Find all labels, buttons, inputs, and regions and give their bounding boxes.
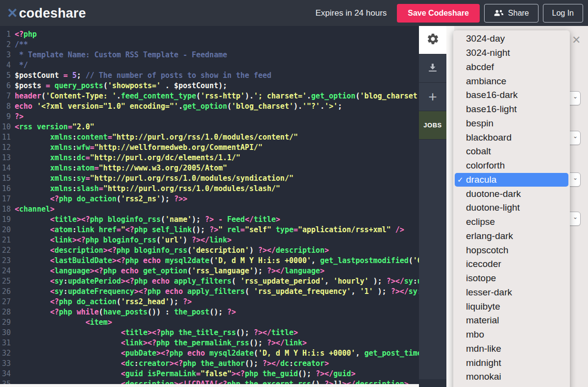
theme-option-dracula[interactable]: ✓dracula xyxy=(455,173,568,187)
code-line: 3 * Template Name: Custom RSS Template -… xyxy=(0,50,419,60)
theme-option-label: mbo xyxy=(466,329,484,340)
theme-option-liquibyte[interactable]: liquibyte xyxy=(455,299,568,314)
theme-option-label: base16-dark xyxy=(466,90,518,100)
save-codeshare-button[interactable]: Save Codeshare xyxy=(397,4,480,23)
line-number: 14 xyxy=(0,163,11,173)
code-line: 29 <item> xyxy=(0,317,419,328)
share-button[interactable]: Share xyxy=(484,4,539,23)
line-number: 3 xyxy=(0,50,11,60)
theme-option-material[interactable]: material xyxy=(455,314,568,328)
line-number: 8 xyxy=(0,101,11,112)
code-line-text: <link><?php the_permalink_rss(); ?></lin… xyxy=(15,338,307,348)
theme-option-hopscotch[interactable]: hopscotch xyxy=(455,243,568,257)
theme-option-mdn-like[interactable]: mdn-like xyxy=(455,342,568,356)
download-tab[interactable] xyxy=(419,54,446,83)
code-line: 15 xmlns:sy="http://purl.org/rss/1.0/mod… xyxy=(0,173,419,184)
theme-option-monokai[interactable]: monokai xyxy=(455,370,568,384)
theme-option-base16-light[interactable]: base16-light xyxy=(455,102,568,117)
code-line-text: <guid isPermaLink="false"><?php the_guid… xyxy=(15,369,355,379)
theme-option-duotone-dark[interactable]: duotone-dark xyxy=(455,187,568,201)
line-number: 26 xyxy=(0,287,11,297)
code-line: 32 <pubDate><?php echo mysql2date('D, d … xyxy=(0,348,419,359)
line-number: 23 xyxy=(0,256,11,266)
code-line-text: * Template Name: Custom RSS Template - F… xyxy=(15,50,227,60)
theme-option-label: liquibyte xyxy=(466,301,500,312)
save-codeshare-label: Save Codeshare xyxy=(408,9,469,18)
theme-option-erlang-dark[interactable]: erlang-dark xyxy=(455,229,568,243)
line-number: 21 xyxy=(0,235,11,245)
top-bar: ✕ codeshare Expires in 24 hours Save Cod… xyxy=(0,0,588,26)
checkmark-icon: ✓ xyxy=(457,175,464,184)
code-line-text: xmlns:dc="http://purl.org/dc/elements/1.… xyxy=(15,153,241,163)
chevron-down-icon: ⌄ xyxy=(573,214,578,220)
theme-option-blackboard[interactable]: blackboard xyxy=(455,130,568,145)
line-number: 20 xyxy=(0,225,11,235)
line-number: 28 xyxy=(0,307,11,317)
theme-option-bespin[interactable]: bespin xyxy=(455,117,568,131)
theme-option-isotope[interactable]: isotope xyxy=(455,271,568,286)
theme-option-label: hopscotch xyxy=(466,245,509,256)
code-line-text: <channel> xyxy=(15,204,54,215)
code-line-text: <?php while(have_posts()) : the_post(); … xyxy=(15,307,236,317)
theme-option-midnight[interactable]: midnight xyxy=(455,356,568,370)
code-line: 16 xmlns:slash="http://purl.org/rss/1.0/… xyxy=(0,184,419,194)
theme-option-colorforth[interactable]: colorforth xyxy=(455,159,568,173)
theme-option-3024-night[interactable]: 3024-night xyxy=(455,46,568,60)
theme-option-label: mdn-like xyxy=(466,343,501,354)
expires-label: Expires in 24 hours xyxy=(316,8,387,18)
code-line: 11 xmlns:content="http://purl.org/rss/1.… xyxy=(0,132,419,143)
theme-option-label: dracula xyxy=(466,174,496,185)
code-line: 34 <guid isPermaLink="false"><?php the_g… xyxy=(0,369,419,379)
line-number: 4 xyxy=(0,60,11,71)
code-editor[interactable]: 1<?php2/**3 * Template Name: Custom RSS … xyxy=(0,26,419,387)
code-line: 14 xmlns:atom="http://www.w3.org/2005/At… xyxy=(0,163,419,173)
code-line: 28 <?php while(have_posts()) : the_post(… xyxy=(0,307,419,317)
code-line: 21 <link><?php bloginfo_rss('url') ?></l… xyxy=(0,235,419,245)
theme-option-abcdef[interactable]: abcdef xyxy=(455,60,568,74)
gear-icon xyxy=(426,32,440,48)
people-icon xyxy=(493,9,504,17)
code-line: 12 xmlns:wfw="http://wellformedweb.org/C… xyxy=(0,143,419,153)
code-line-text: echo '<?xml version="1.0" encoding="'.ge… xyxy=(15,101,342,112)
code-line: 25 <sy:updatePeriod><?php echo apply_fil… xyxy=(0,276,419,287)
theme-option-base16-dark[interactable]: base16-dark xyxy=(455,88,568,102)
code-line: 23 <lastBuildDate><?php echo mysql2date(… xyxy=(0,256,419,266)
theme-option-icecoder[interactable]: icecoder xyxy=(455,257,568,271)
line-number: 27 xyxy=(0,297,11,307)
theme-option-label: 3024-day xyxy=(466,33,505,44)
jobs-label: JOBS xyxy=(423,121,441,129)
theme-option-label: colorforth xyxy=(466,160,505,171)
new-codeshare-tab[interactable]: + xyxy=(419,83,446,111)
codeshare-logo[interactable]: ✕ codeshare xyxy=(7,5,86,21)
chevron-down-icon: ⌄ xyxy=(573,94,578,99)
theme-option-duotone-light[interactable]: duotone-light xyxy=(455,201,568,215)
line-number: 2 xyxy=(0,40,11,50)
code-line-text: xmlns:sy="http://purl.org/rss/1.0/module… xyxy=(15,173,294,184)
settings-tab[interactable] xyxy=(419,26,446,54)
theme-option-lesser-dark[interactable]: lesser-dark xyxy=(455,286,568,300)
login-button[interactable]: Log In xyxy=(543,4,583,23)
theme-option-ambiance[interactable]: ambiance xyxy=(455,74,568,88)
line-number: 10 xyxy=(0,122,11,132)
theme-option-3024-day[interactable]: 3024-day xyxy=(455,32,568,46)
jobs-tab[interactable]: JOBS xyxy=(419,111,446,140)
theme-option-mbo[interactable]: mbo xyxy=(455,328,568,342)
line-number: 22 xyxy=(0,245,11,256)
line-number: 9 xyxy=(0,112,11,122)
theme-option-label: icecoder xyxy=(466,259,501,269)
login-label: Log In xyxy=(552,9,574,18)
theme-option-label: isotope xyxy=(466,273,496,284)
code-line: 10<rss version="2.0" xyxy=(0,122,419,132)
line-number: 5 xyxy=(0,71,11,81)
code-line-text: */ xyxy=(15,60,28,71)
code-line-text: header('Content-Type: '.feed_content_typ… xyxy=(15,91,419,101)
theme-option-eclipse[interactable]: eclipse xyxy=(455,215,568,229)
line-number: 12 xyxy=(0,143,11,153)
code-line: 17 <?php do_action('rss2_ns'); ?>> xyxy=(0,194,419,204)
close-icon[interactable]: ✕ xyxy=(572,35,581,46)
code-line-text: $posts = query_posts('showposts=' . $pos… xyxy=(15,81,227,91)
side-toolbar-footer xyxy=(419,379,446,387)
code-line-text: $postCount = 5; // The number of posts t… xyxy=(15,71,271,81)
code-line-text: xmlns:wfw="http://wellformedweb.org/Comm… xyxy=(15,143,263,153)
theme-option-cobalt[interactable]: cobalt xyxy=(455,145,568,159)
